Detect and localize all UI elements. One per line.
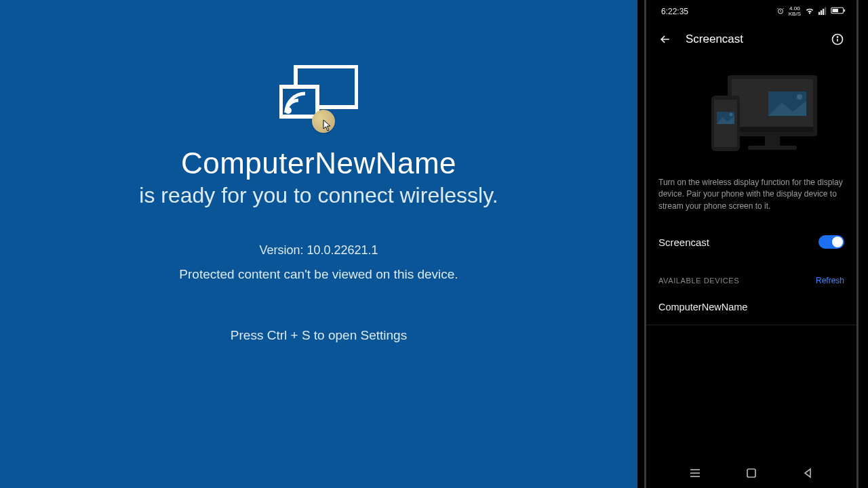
nav-recent-icon[interactable]	[689, 467, 701, 479]
connect-panel: ComputerNewName is ready for you to conn…	[0, 0, 637, 488]
svg-rect-5	[821, 10, 822, 15]
screencast-toggle-row: Screencast	[646, 218, 856, 265]
status-bar: 6:22:35 4.00 KB/S	[646, 0, 856, 23]
svg-rect-28	[747, 469, 755, 477]
screencast-illustration	[646, 60, 856, 165]
wifi-icon	[805, 7, 814, 17]
refresh-link[interactable]: Refresh	[816, 276, 844, 285]
connect-settings-hint: Press Ctrl + S to open Settings	[231, 328, 407, 343]
screencast-toggle[interactable]	[818, 235, 844, 249]
nav-bar	[646, 458, 856, 488]
help-text: Turn on the wireless display function fo…	[646, 165, 856, 218]
connect-protected-warning: Protected content can't be viewed on thi…	[179, 267, 458, 282]
svg-rect-7	[825, 7, 826, 14]
svg-point-13	[837, 37, 837, 37]
back-icon[interactable]	[658, 33, 672, 46]
svg-rect-6	[823, 9, 824, 15]
app-header: Screencast	[646, 23, 856, 60]
net-speed: 4.00 KB/S	[789, 6, 801, 17]
available-devices-header: AVAILABLE DEVICES Refresh	[646, 265, 856, 289]
info-icon[interactable]	[831, 33, 844, 46]
nav-home-icon[interactable]	[745, 467, 757, 479]
alarm-icon	[776, 7, 785, 17]
toggle-label: Screencast	[658, 237, 709, 248]
svg-rect-9	[833, 9, 838, 12]
svg-point-2	[285, 107, 292, 114]
header-title: Screencast	[686, 33, 817, 46]
svg-point-24	[730, 113, 733, 116]
connect-ready-text: is ready for you to connect wirelessly.	[139, 183, 498, 208]
svg-point-19	[797, 94, 802, 100]
available-device-item[interactable]: ComputerNewName	[646, 289, 856, 325]
svg-rect-16	[765, 136, 780, 146]
connect-device-name: ComputerNewName	[181, 146, 456, 180]
section-title: AVAILABLE DEVICES	[658, 277, 739, 285]
signal-icon	[818, 7, 827, 17]
connect-version: Version: 10.0.22621.1	[259, 243, 378, 258]
svg-rect-20	[732, 127, 813, 132]
phone-screen: 6:22:35 4.00 KB/S	[644, 0, 859, 488]
nav-back-icon[interactable]	[802, 467, 814, 479]
svg-rect-4	[818, 12, 820, 15]
svg-rect-17	[748, 146, 797, 150]
svg-rect-10	[844, 9, 845, 12]
status-time: 6:22:35	[661, 7, 688, 16]
battery-icon	[831, 7, 846, 16]
